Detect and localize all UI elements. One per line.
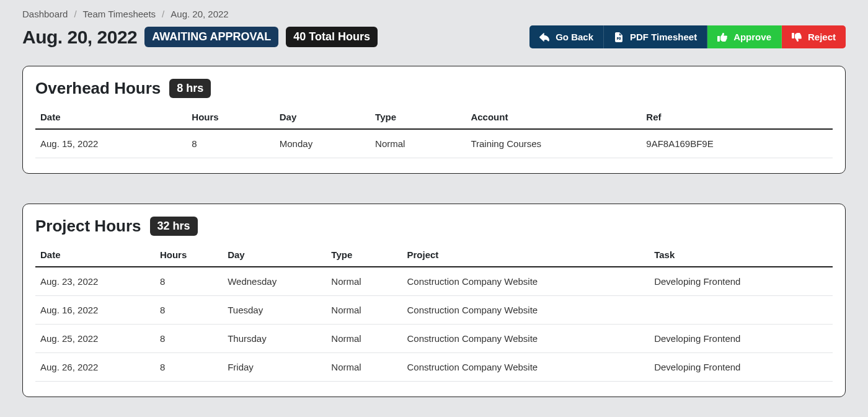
overhead-col-hours: Hours <box>187 105 274 129</box>
project-hours-card: Project Hours 32 hrs Date Hours Day Type… <box>22 204 846 397</box>
cell-task: Developing Frontend <box>649 325 833 353</box>
project-col-day: Day <box>223 243 326 267</box>
project-col-date: Date <box>35 243 155 267</box>
project-col-hours: Hours <box>155 243 223 267</box>
approve-button[interactable]: Approve <box>707 25 782 48</box>
overhead-hours-table: Date Hours Day Type Account Ref Aug. 15,… <box>35 105 833 158</box>
overhead-col-date: Date <box>35 105 187 129</box>
breadcrumb-item-dashboard[interactable]: Dashboard <box>22 9 68 19</box>
cell-project: Construction Company Website <box>402 325 650 353</box>
breadcrumb-separator: / <box>74 9 76 19</box>
breadcrumb: Dashboard / Team Timesheets / Aug. 20, 2… <box>22 9 846 19</box>
overhead-col-type: Type <box>370 105 466 129</box>
cell-date: Aug. 23, 2022 <box>35 267 155 296</box>
project-hours-table: Date Hours Day Type Project Task Aug. 23… <box>35 243 833 382</box>
cell-task: Developing Frontend <box>649 267 833 296</box>
cell-project: Construction Company Website <box>402 296 650 325</box>
cell-date: Aug. 25, 2022 <box>35 325 155 353</box>
breadcrumb-separator: / <box>162 9 164 19</box>
cell-type: Normal <box>370 129 466 158</box>
pdf-timesheet-label: PDF Timesheet <box>630 32 697 42</box>
project-hours-title: Project Hours <box>35 217 141 236</box>
table-row: Aug. 25, 2022 8 Thursday Normal Construc… <box>35 325 833 353</box>
pdf-timesheet-button[interactable]: PDF Timesheet <box>604 25 707 48</box>
reject-button[interactable]: Reject <box>782 25 846 48</box>
cell-type: Normal <box>326 267 402 296</box>
page-header: Aug. 20, 2022 AWAITING APPROVAL 40 Total… <box>22 25 846 48</box>
cell-type: Normal <box>326 296 402 325</box>
status-badge: AWAITING APPROVAL <box>144 27 278 47</box>
thumbs-up-icon <box>717 32 727 42</box>
table-row: Aug. 16, 2022 8 Tuesday Normal Construct… <box>35 296 833 325</box>
project-hours-summary: 32 hrs <box>150 217 198 236</box>
cell-task: Developing Frontend <box>649 353 833 382</box>
breadcrumb-item-team-timesheets[interactable]: Team Timesheets <box>83 9 156 19</box>
cell-day: Wednesday <box>223 267 326 296</box>
cell-day: Tuesday <box>223 296 326 325</box>
project-col-task: Task <box>649 243 833 267</box>
go-back-label: Go Back <box>556 32 593 42</box>
cell-account: Training Courses <box>466 129 641 158</box>
cell-project: Construction Company Website <box>402 267 650 296</box>
go-back-button[interactable]: Go Back <box>529 25 604 48</box>
cell-day: Monday <box>275 129 370 158</box>
project-col-type: Type <box>326 243 402 267</box>
cell-task <box>649 296 833 325</box>
overhead-hours-card: Overhead Hours 8 hrs Date Hours Day Type… <box>22 66 846 174</box>
cell-ref: 9AF8A169BF9E <box>641 129 833 158</box>
overhead-col-day: Day <box>275 105 370 129</box>
cell-type: Normal <box>326 325 402 353</box>
project-col-project: Project <box>402 243 650 267</box>
cell-day: Friday <box>223 353 326 382</box>
thumbs-down-icon <box>792 32 802 42</box>
cell-day: Thursday <box>223 325 326 353</box>
share-arrow-icon <box>539 32 549 42</box>
file-pdf-icon <box>614 32 624 42</box>
cell-date: Aug. 15, 2022 <box>35 129 187 158</box>
table-row: Aug. 15, 2022 8 Monday Normal Training C… <box>35 129 833 158</box>
total-hours-badge: 40 Total Hours <box>286 27 378 47</box>
cell-date: Aug. 16, 2022 <box>35 296 155 325</box>
action-button-group: Go Back PDF Timesheet Approve Reject <box>529 25 846 48</box>
cell-hours: 8 <box>187 129 274 158</box>
reject-label: Reject <box>808 32 836 42</box>
cell-project: Construction Company Website <box>402 353 650 382</box>
breadcrumb-item-current: Aug. 20, 2022 <box>170 9 228 19</box>
overhead-col-account: Account <box>466 105 641 129</box>
cell-hours: 8 <box>155 353 223 382</box>
overhead-col-ref: Ref <box>641 105 833 129</box>
overhead-hours-summary: 8 hrs <box>169 79 211 98</box>
table-row: Aug. 23, 2022 8 Wednesday Normal Constru… <box>35 267 833 296</box>
cell-hours: 8 <box>155 296 223 325</box>
cell-type: Normal <box>326 353 402 382</box>
cell-hours: 8 <box>155 325 223 353</box>
page-title: Aug. 20, 2022 <box>22 27 137 48</box>
table-row: Aug. 26, 2022 8 Friday Normal Constructi… <box>35 353 833 382</box>
overhead-hours-title: Overhead Hours <box>35 79 161 98</box>
cell-date: Aug. 26, 2022 <box>35 353 155 382</box>
approve-label: Approve <box>733 32 771 42</box>
cell-hours: 8 <box>155 267 223 296</box>
